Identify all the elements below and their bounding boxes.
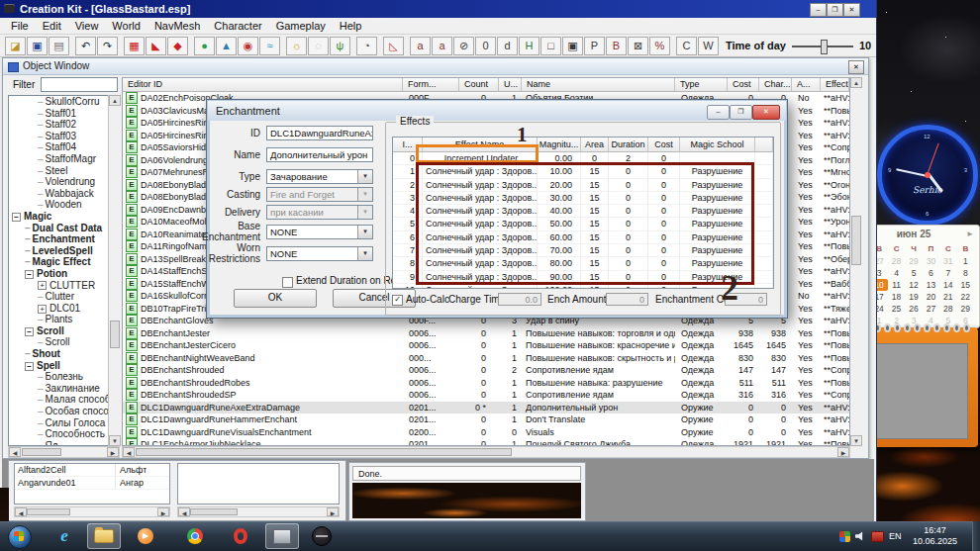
effects-column-header[interactable]: Duration [609,138,648,152]
tree-item[interactable]: +DLC01 [9,303,119,315]
calendar-next-icon[interactable]: ► [966,230,974,238]
tree-item[interactable]: –Magic Effect [9,256,119,268]
tree-item[interactable]: –Staff01 [9,108,119,120]
collapse-icon[interactable]: − [12,213,21,222]
tree-item[interactable]: –LeveledSpell [9,245,119,257]
effects-column-header[interactable]: Area [581,138,609,152]
taskbar-media-player[interactable]: ▶ [129,523,162,549]
effects-column-header[interactable]: Cost [648,138,680,152]
column-header[interactable]: Type [675,78,728,92]
calendar-date[interactable]: 27 [923,303,939,315]
ench-amount-field[interactable]: 0 [606,293,648,306]
tree-item[interactable]: –Особая способ [9,406,119,417]
effects-column-header[interactable]: Magnitu... [538,138,581,152]
open-icon[interactable]: ◪ [5,37,26,55]
tree-item[interactable]: –Scroll [9,336,119,348]
box-square-icon[interactable]: ▣ [562,37,583,55]
show-desktop-button[interactable] [972,521,980,551]
column-header[interactable]: Count [459,78,499,92]
dialog-close-button[interactable]: ✕ [752,105,780,120]
extend-duration-checkbox[interactable] [282,277,293,288]
column-header[interactable]: Char... [759,78,792,92]
grass-icon[interactable]: ψ [330,37,350,55]
box-b-icon[interactable]: B [606,37,627,55]
landscape-icon[interactable]: ▲ [216,37,237,55]
tree-item[interactable]: –Wabbajack [9,188,119,200]
chevron-down-icon[interactable]: ▼ [357,247,372,260]
auto-calc-checkbox[interactable]: ✓ [392,295,403,306]
taskbar-opera[interactable] [224,523,257,549]
column-header[interactable]: Editor ID [123,78,403,92]
calendar-date[interactable]: 30 [923,255,939,267]
table-row[interactable]: EDBEnchantJester0006...01Повышение навык… [123,327,849,340]
snap-vertex-icon[interactable]: ◆ [167,37,188,55]
calendar-date[interactable]: 31 [939,255,956,267]
volume-icon[interactable] [855,531,866,542]
column-header[interactable]: Effect List [821,78,849,92]
measure-icon[interactable]: ◺ [383,37,404,55]
collapse-icon[interactable]: − [25,270,34,279]
save-icon[interactable]: ▣ [27,37,48,55]
taskbar-clock[interactable]: 16:47 10.06.2025 [907,525,964,547]
calendar-date[interactable]: 7 [939,267,956,279]
calendar-date[interactable]: 6 [923,267,939,279]
tree-item[interactable]: –Силы Голоса [9,417,119,429]
box-d-icon[interactable]: d [497,37,518,55]
render-viewport[interactable] [352,483,581,518]
tree-horizontal-scrollbar[interactable]: ◀ ▶ [8,446,120,458]
id-field[interactable]: DLC1DawnguardRuneAxeExtraDamage [266,126,373,140]
minimize-button[interactable]: – [810,3,827,17]
calendar-date[interactable]: 18 [888,291,905,303]
taskbar-windows-explorer[interactable] [87,523,121,549]
table-row[interactable]: EDBEnchantNightWeaveBand000...01Повышени… [123,352,849,365]
column-header[interactable]: A... [792,78,821,92]
column-header[interactable]: Name [522,78,675,92]
filter-input[interactable] [41,77,118,92]
box-links-icon[interactable]: % [649,37,670,55]
calendar-date[interactable]: 25 [888,303,905,315]
table-row[interactable]: EDBEnchantShroudedRobes0006...01Повышени… [123,377,849,390]
box-c-icon[interactable]: C [676,37,697,55]
calendar-date[interactable]: 22 [957,291,974,303]
calendar-date[interactable]: 8 [957,267,974,279]
snap-grid-icon[interactable]: ▦ [124,37,145,55]
table-vertical-scrollbar[interactable]: ▲ ▼ [850,77,862,446]
snap-angle-icon[interactable]: ◣ [146,37,166,55]
world-sphere-icon[interactable]: ● [194,37,215,55]
tree-item[interactable]: –Staff04 [9,141,119,153]
calendar-date[interactable]: 14 [939,279,956,291]
maximize-button[interactable]: ❐ [827,3,843,17]
calendar-date[interactable]: 29 [905,255,922,267]
calendar-date[interactable]: 15 [957,279,974,291]
title-bar[interactable]: Creation Kit - [GlassBastard.esp] – ❐ ✕ [0,0,876,18]
table-row[interactable]: EDBEnchantShrouded0006...02Сопротивление… [123,364,849,377]
menu-gameplay[interactable]: Gameplay [269,18,333,34]
tree-item[interactable]: –Plants [9,314,119,325]
tree-item[interactable]: –Shout [9,348,119,360]
box-p-icon[interactable]: P [584,37,605,55]
column-header[interactable]: Form... [403,78,459,92]
start-button[interactable] [8,525,32,549]
table-horizontal-scrollbar[interactable]: ◀ ▶ [122,446,850,458]
box-a2-icon[interactable]: a [432,37,452,55]
calendar-date[interactable]: 28 [888,255,905,267]
base-enchantment-dropdown[interactable]: NONE ▼ [266,225,373,239]
menu-help[interactable]: Help [333,18,369,34]
calendar-date[interactable]: 11 [888,279,905,291]
box-a-icon[interactable]: a [410,37,431,55]
tree-item[interactable]: –SkullofCorru [9,96,119,108]
name-field[interactable]: Дополнительный урон [266,147,373,162]
dialogue-icon[interactable]: ◔ [356,37,377,55]
undo-icon[interactable]: ↶ [75,37,96,55]
calendar-date[interactable]: 21 [939,291,956,303]
menu-world[interactable]: World [105,18,147,34]
chevron-down-icon[interactable]: ▼ [357,226,372,238]
worn-restrictions-dropdown[interactable]: NONE ▼ [266,246,373,261]
table-row[interactable]: EDLC1DawnguardRuneHammerEnchant0201...01… [123,413,849,426]
tree-item[interactable]: −Potion [9,268,119,280]
tray-app-icon[interactable] [839,531,850,542]
calendar-date[interactable]: 1 [957,255,974,267]
tree-item[interactable]: –Малая способн [9,394,119,406]
expand-icon[interactable]: + [38,305,47,314]
collapse-icon[interactable]: − [25,327,34,336]
